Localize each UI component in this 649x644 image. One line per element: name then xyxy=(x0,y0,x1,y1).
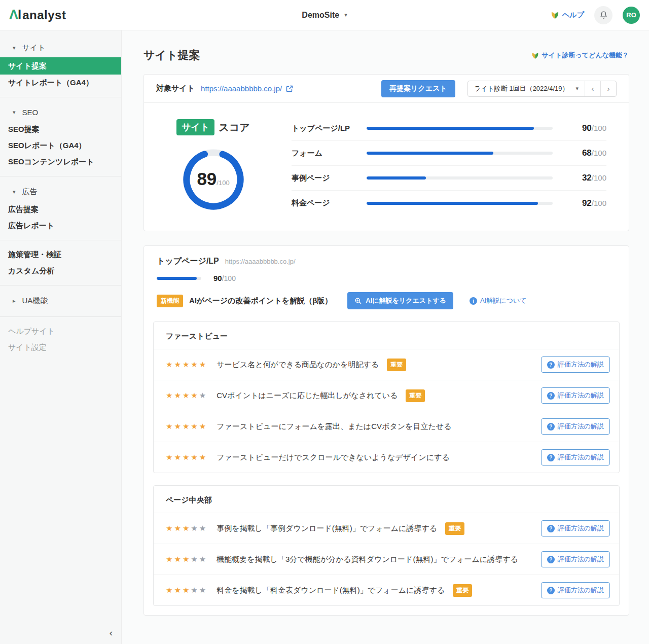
external-link-icon[interactable] xyxy=(285,85,294,93)
resubmit-request-button[interactable]: 再提案リクエスト xyxy=(381,80,455,97)
divider xyxy=(0,285,121,285)
explain-method-button[interactable]: ? 評価方法の解説 xyxy=(541,582,610,598)
section-title: ファーストビュー xyxy=(154,322,619,349)
diagnosis-next-button[interactable]: › xyxy=(600,81,616,96)
ai-feature-row: 新機能 AIがページの改善ポイントを解説（β版） AIに解説をリクエストする i… xyxy=(153,292,620,309)
star-rating: ★★★★★ xyxy=(166,391,207,400)
question-icon: ? xyxy=(547,392,555,400)
explain-method-button[interactable]: ? 評価方法の解説 xyxy=(541,449,610,466)
notifications-button[interactable] xyxy=(594,6,612,24)
site-diagnosis-feature-link[interactable]: サイト診断ってどんな機能？ xyxy=(531,51,629,60)
star-rating: ★★★★★ xyxy=(166,524,207,533)
app-root: Λlanalyst DemoSite ▾ ヘルプ RO ▾ xyxy=(0,0,649,644)
explain-method-button[interactable]: ? 評価方法の解説 xyxy=(541,387,610,404)
chevron-right-icon: ▸ xyxy=(13,298,16,304)
sidebar-item-site-report[interactable]: サイトレポート（GA4） xyxy=(0,75,121,91)
chevron-down-icon: ▾ xyxy=(13,109,16,116)
logo-name: analyst xyxy=(22,8,66,22)
site-score-value: 89 xyxy=(197,169,217,189)
progress-bar xyxy=(367,152,553,155)
progress-bar xyxy=(367,127,553,130)
ai-about-link[interactable]: i AI解説について xyxy=(470,296,527,305)
explain-method-button[interactable]: ? 評価方法の解説 xyxy=(541,520,610,536)
target-site-row: 対象サイト https://aaaabbbbb.co.jp/ 再提案リクエスト … xyxy=(144,75,629,102)
star-rating: ★★★★★ xyxy=(166,555,207,564)
diagnosis-select[interactable]: ライト診断 1回目（2022/4/19） ▾ xyxy=(468,81,585,96)
sidebar-item-ad-proposal[interactable]: 広告提案 xyxy=(0,201,121,218)
site-selector-dropdown[interactable]: DemoSite ▾ xyxy=(302,11,347,20)
beginner-mark-icon xyxy=(531,52,539,59)
sidebar-item-site-settings[interactable]: サイト設定 xyxy=(0,339,121,355)
sidebar-item-help-site[interactable]: ヘルプサイト xyxy=(0,323,121,339)
sidebar-group-ad[interactable]: ▾ 広告 xyxy=(0,183,121,201)
bell-icon xyxy=(599,10,608,20)
check-row: ★★★★★ CVポイントはニーズに応じた幅出しがなされている 重要 ? 評価方法… xyxy=(154,380,619,411)
important-badge: 重要 xyxy=(406,389,425,402)
check-row: ★★★★★ 機能概要を掲載し「3分で機能が分かる資料ダウンロード(無料)」でフォ… xyxy=(154,544,619,575)
question-icon: ? xyxy=(547,556,555,563)
info-icon: i xyxy=(470,297,477,305)
beginner-mark-icon xyxy=(551,11,559,19)
target-site-label: 対象サイト xyxy=(156,84,195,93)
star-rating: ★★★★★ xyxy=(166,453,207,462)
score-row: 料金ページ 92/100 xyxy=(292,191,606,216)
score-row: 事例ページ 32/100 xyxy=(292,166,606,191)
sidebar-item-custom-analysis[interactable]: カスタム分析 xyxy=(0,263,121,279)
sidebar-item-seo-content-report[interactable]: SEOコンテンツレポート xyxy=(0,154,121,170)
sidebar-item-site-proposal[interactable]: サイト提案 xyxy=(0,57,121,75)
help-label: ヘルプ xyxy=(562,11,584,20)
progress-bar xyxy=(367,202,553,205)
site-score-denominator: /100 xyxy=(217,179,229,187)
site-score-card: 対象サイト https://aaaabbbbb.co.jp/ 再提案リクエスト … xyxy=(143,74,629,231)
chevron-down-icon: ▾ xyxy=(13,189,16,195)
star-rating: ★★★★★ xyxy=(166,360,207,369)
question-icon: ? xyxy=(547,361,555,369)
divider xyxy=(0,97,121,97)
diagnosis-prev-button[interactable]: ‹ xyxy=(585,81,600,96)
important-badge: 重要 xyxy=(445,522,464,535)
diagnosis-selector-group: ライト診断 1回目（2022/4/19） ▾ ‹ › xyxy=(467,81,617,97)
detail-progress-bar xyxy=(157,277,201,280)
page-title: サイト提案 xyxy=(143,48,200,63)
page-score-list: トップページ/LP 90/100 フォーム 68/100 事例ページ 32/10… xyxy=(292,116,617,216)
divider xyxy=(0,176,121,176)
detail-page-title: トップページ/LP xyxy=(157,256,219,267)
divider xyxy=(0,240,121,240)
check-row: ★★★★★ 事例を掲載し「事例ダウンロード(無料)」でフォームに誘導する 重要 … xyxy=(154,513,619,544)
target-site-url-link[interactable]: https://aaaabbbbb.co.jp/ xyxy=(201,84,282,93)
progress-bar xyxy=(367,176,553,180)
explain-method-button[interactable]: ? 評価方法の解説 xyxy=(541,356,610,373)
site-badge: サイト xyxy=(176,119,214,135)
check-row: ★★★★★ ファーストビューにフォームを露出、またはCVボタンを目立たせる ? … xyxy=(154,411,619,442)
page-middle-section: ページ中央部 ★★★★★ 事例を掲載し「事例ダウンロード(無料)」でフォームに誘… xyxy=(153,485,620,606)
help-link[interactable]: ヘルプ xyxy=(551,11,584,20)
sidebar-collapse-button[interactable]: ‹ xyxy=(104,626,118,640)
chevron-down-icon: ▾ xyxy=(13,45,16,51)
explain-method-button[interactable]: ? 評価方法の解説 xyxy=(541,551,610,567)
question-icon: ? xyxy=(547,525,555,532)
sidebar-item-seo-report[interactable]: SEOレポート（GA4） xyxy=(0,137,121,154)
top-header: Λlanalyst DemoSite ▾ ヘルプ RO xyxy=(0,0,649,30)
score-row: トップページ/LP 90/100 xyxy=(292,116,606,141)
sidebar-group-seo[interactable]: ▾ SEO xyxy=(0,103,121,121)
explain-method-button[interactable]: ? 評価方法の解説 xyxy=(541,418,610,435)
check-row: ★★★★★ 料金を掲載し「料金表ダウンロード(無料)」でフォームに誘導する 重要… xyxy=(154,575,619,605)
user-avatar[interactable]: RO xyxy=(623,7,640,24)
first-view-section: ファーストビュー ★★★★★ サービス名と何ができる商品なのかを明記する 重要 … xyxy=(153,321,620,473)
detail-score-value: 90 xyxy=(213,274,222,282)
check-row: ★★★★★ サービス名と何ができる商品なのかを明記する 重要 ? 評価方法の解説 xyxy=(154,349,619,380)
divider xyxy=(0,316,121,317)
ai-explain-request-button[interactable]: AIに解説をリクエストする xyxy=(347,292,453,309)
sidebar-item-seo-proposal[interactable]: SEO提案 xyxy=(0,121,121,137)
sidebar-group-ua[interactable]: ▸ UA機能 xyxy=(0,292,121,310)
sidebar-item-measure-management[interactable]: 施策管理・検証 xyxy=(0,246,121,263)
score-row: フォーム 68/100 xyxy=(292,141,606,166)
star-rating: ★★★★★ xyxy=(166,422,207,431)
site-selector-label: DemoSite xyxy=(302,11,339,20)
score-donut-gauge: 89/100 xyxy=(183,149,244,210)
site-score-summary: サイト スコア 89/100 xyxy=(156,116,270,216)
chevron-down-icon: ▾ xyxy=(575,85,579,92)
sidebar-item-ad-report[interactable]: 広告レポート xyxy=(0,218,121,234)
sidebar-group-site[interactable]: ▾ サイト xyxy=(0,39,121,57)
sidebar-nav: ▾ サイト サイト提案 サイトレポート（GA4） ▾ SEO SEO提案 SEO… xyxy=(0,30,122,644)
